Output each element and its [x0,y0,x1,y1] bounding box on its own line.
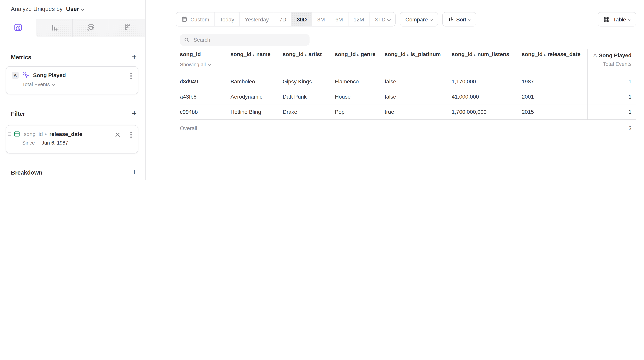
chevron-down-icon [628,18,631,21]
column-header[interactable]: song_id▸num_listens [452,49,522,57]
filter-value[interactable]: Jun 6, 1987 [42,140,68,146]
query-builder-sidebar: Analyze Uniques by User [0,0,146,180]
chart-type-button[interactable]: Table [598,12,636,27]
calendar-icon [181,16,188,23]
cell-artist: Gipsy Kings [283,78,335,85]
results-table: song_id Showing all song_id▸name song_id… [180,49,636,137]
flows-icon [86,23,95,33]
analysis-title-prefix: Analyze Uniques by [11,6,62,12]
analysis-header: Analyze Uniques by User [0,0,145,19]
arrow-right-icon: ▸ [357,53,359,57]
column-header[interactable]: song_id Showing all [180,49,230,67]
cell-release-date: 1987 [522,78,587,85]
sort-button[interactable]: Sort [442,12,476,27]
filter-operator[interactable]: Since [22,140,35,146]
filter-card[interactable]: song_id ▸ release_date Since Jun 6, 1987 [6,125,138,154]
arrow-right-icon: ▸ [407,53,409,57]
metrics-section-head: Metrics + [11,53,138,61]
report-main-area: Custom Today Yesterday 7D 30D 3M 6M 12M … [146,0,644,180]
cell-name: Bamboleo [230,78,283,85]
filter-property-prefix: song_id [24,131,43,137]
tab-retention[interactable] [109,19,146,38]
column-header[interactable]: song_id▸release_date [522,49,587,57]
range-xtd[interactable]: XTD [370,13,395,26]
compare-button[interactable]: Compare [400,12,438,27]
range-yesterday[interactable]: Yesterday [240,13,274,26]
event-click-icon [22,71,30,79]
add-metric-button[interactable]: + [130,53,138,60]
filter-options-menu[interactable] [130,131,132,139]
metric-event-name: Song Played [33,72,66,78]
filter-heading: Filter [11,110,25,117]
entity-dropdown[interactable]: User [66,6,84,12]
column-header[interactable]: song_id▸name [230,49,283,57]
add-filter-button[interactable]: + [130,110,138,117]
drag-handle-icon[interactable] [8,133,11,136]
metric-measure-dropdown[interactable]: Total Events [22,81,138,87]
table-row: a43fb8 Aerodynamic Daft Punk House false… [180,89,636,104]
chevron-down-icon [52,83,55,86]
cell-metric-value: 1 [587,109,636,115]
remove-filter-icon[interactable] [114,131,121,140]
table-grid-icon [603,16,610,23]
range-12m[interactable]: 12M [348,13,370,26]
tab-insights[interactable] [0,19,36,38]
cell-metric-value: 1 [587,78,636,85]
breakdown-section-head: Breakdown + [11,168,138,176]
table-search[interactable] [180,34,310,46]
cell-num-listens: 1,700,000,000 [452,109,522,115]
arrow-right-icon: ▸ [305,53,307,57]
report-toolbar: Custom Today Yesterday 7D 30D 3M 6M 12M … [176,12,636,27]
cell-is-platinum: false [385,94,452,100]
showing-all-dropdown[interactable]: Showing all [180,62,230,67]
column-header[interactable]: song_id▸is_platinum [385,49,452,57]
search-icon [184,37,190,43]
range-6m[interactable]: 6M [330,13,348,26]
filter-property-name: release_date [49,131,82,137]
cell-is-platinum: false [385,78,452,85]
table-row: d8d949 Bamboleo Gipsy Kings Flamenco fal… [180,74,636,89]
arrow-right-icon: ▸ [253,53,255,57]
range-custom[interactable]: Custom [176,13,214,26]
date-range-control: Custom Today Yesterday 7D 30D 3M 6M 12M … [176,12,396,27]
cell-release-date: 2001 [522,94,587,100]
cell-genre: House [335,94,385,100]
table-row: c994bb Hotline Bling Drake Pop true 1,70… [180,104,636,120]
tab-funnels[interactable] [36,19,72,38]
metrics-heading: Metrics [11,54,31,60]
cell-song-id: d8d949 [180,78,230,85]
add-breakdown-button[interactable]: + [130,169,138,176]
cell-genre: Flamenco [335,78,385,85]
metric-letter-badge: A [12,72,19,79]
breakdown-heading: Breakdown [11,169,42,176]
chevron-down-icon [468,18,471,21]
cell-name: Hotline Bling [230,109,283,115]
range-3m[interactable]: 3M [312,13,330,26]
cell-metric-value: 1 [587,94,636,100]
range-30d[interactable]: 30D [292,13,312,26]
range-7d[interactable]: 7D [274,13,292,26]
cell-artist: Daft Punk [283,94,335,100]
cell-song-id: a43fb8 [180,94,230,100]
tab-flows[interactable] [72,19,109,38]
metric-card[interactable]: A Song Played Total Events [6,66,138,94]
cell-num-listens: 1,170,000 [452,78,522,85]
metric-column-header[interactable]: ASong Played Total Events [587,49,636,67]
filter-section-head: Filter + [11,110,138,117]
overall-row: Overall 3 [180,119,636,137]
visualization-tabs [0,19,145,38]
chevron-down-icon [430,18,433,21]
cell-name: Aerodynamic [230,94,283,100]
overall-label: Overall [180,125,230,131]
sort-arrows-icon [448,16,454,22]
line-chart-icon [14,23,22,34]
arrow-right-icon: ▸ [544,53,546,57]
column-header[interactable]: song_id▸artist [283,49,335,57]
metric-options-menu[interactable] [130,72,132,80]
metric-column-divider [587,49,588,120]
arrow-right-icon: ▸ [474,53,476,57]
column-header[interactable]: song_id▸genre [335,49,385,57]
search-input[interactable] [193,37,306,43]
cell-song-id: c994bb [180,109,230,115]
range-today[interactable]: Today [214,13,240,26]
